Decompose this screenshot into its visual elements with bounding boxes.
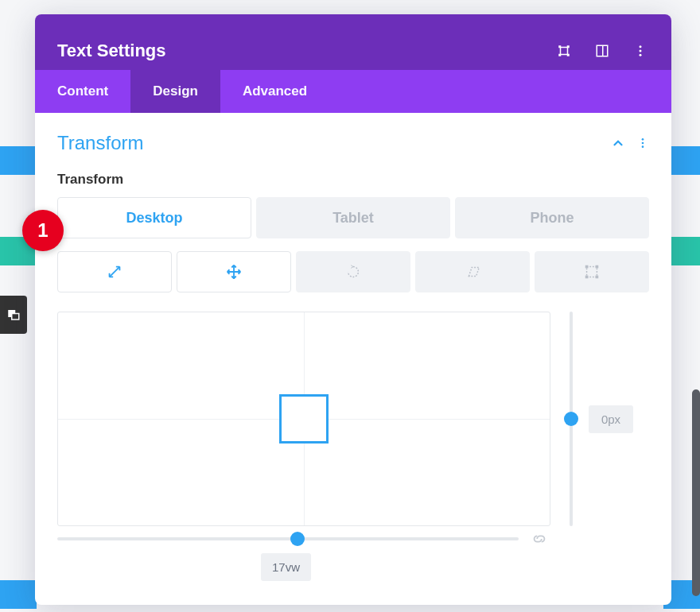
section-options-button[interactable] bbox=[636, 137, 649, 149]
settings-tabbar: Content Design Advanced bbox=[35, 70, 671, 113]
translate-icon bbox=[225, 263, 243, 281]
translate-canvas[interactable] bbox=[57, 312, 550, 526]
responsive-device-tabs: Desktop Tablet Phone bbox=[57, 197, 649, 238]
section-title-transform[interactable]: Transform bbox=[57, 132, 143, 154]
transform-tab-skew[interactable] bbox=[415, 251, 530, 292]
svg-point-9 bbox=[640, 45, 642, 48]
svg-rect-15 bbox=[587, 267, 597, 277]
svg-rect-19 bbox=[596, 276, 599, 279]
modal-header: Text Settings bbox=[35, 14, 671, 70]
skew-icon bbox=[464, 263, 481, 281]
rotate-icon bbox=[344, 263, 362, 281]
snap-icon[interactable] bbox=[593, 42, 611, 60]
transform-tab-origin[interactable] bbox=[535, 251, 649, 292]
layers-icon bbox=[6, 308, 21, 322]
layers-toggle-button[interactable] bbox=[0, 296, 27, 334]
svg-rect-18 bbox=[585, 276, 589, 279]
svg-rect-8 bbox=[602, 45, 604, 56]
text-settings-modal: Text Settings Content Design Advanced Tr… bbox=[35, 14, 671, 605]
svg-rect-3 bbox=[558, 45, 561, 48]
link-icon bbox=[531, 530, 548, 548]
device-tab-tablet[interactable]: Tablet bbox=[256, 197, 450, 238]
translate-x-value[interactable]: 17vw bbox=[261, 553, 311, 581]
translate-y-slider[interactable] bbox=[562, 312, 581, 526]
translate-handle[interactable] bbox=[279, 394, 329, 444]
scale-icon bbox=[106, 263, 123, 281]
page-scrollbar[interactable] bbox=[692, 389, 700, 596]
svg-rect-4 bbox=[567, 45, 570, 48]
svg-point-14 bbox=[642, 145, 644, 148]
svg-rect-1 bbox=[12, 314, 19, 320]
origin-icon bbox=[583, 263, 601, 281]
svg-point-12 bbox=[642, 138, 644, 141]
transform-tab-translate[interactable] bbox=[177, 251, 291, 292]
expand-icon[interactable] bbox=[555, 42, 573, 60]
svg-rect-16 bbox=[585, 265, 589, 269]
translate-y-value[interactable]: 0px bbox=[589, 405, 633, 433]
svg-point-13 bbox=[642, 142, 644, 145]
callout-badge-1: 1 bbox=[22, 210, 64, 251]
more-vert-icon bbox=[636, 137, 649, 149]
svg-rect-5 bbox=[558, 54, 561, 56]
device-tab-phone[interactable]: Phone bbox=[455, 197, 649, 238]
svg-point-10 bbox=[640, 50, 642, 52]
transform-tab-rotate[interactable] bbox=[296, 251, 410, 292]
transform-type-tabs bbox=[57, 251, 649, 292]
field-label-transform: Transform bbox=[57, 172, 649, 188]
bg-stripe-blue-bottom bbox=[0, 580, 37, 609]
translate-x-slider[interactable] bbox=[57, 529, 519, 548]
svg-rect-6 bbox=[567, 54, 570, 56]
tab-design[interactable]: Design bbox=[130, 70, 220, 113]
tab-content[interactable]: Content bbox=[35, 70, 130, 113]
chevron-up-icon bbox=[611, 136, 625, 150]
tab-advanced[interactable]: Advanced bbox=[220, 70, 329, 113]
link-axes-button[interactable] bbox=[528, 529, 550, 548]
bg-stripe-blue bbox=[0, 146, 37, 175]
svg-rect-2 bbox=[561, 48, 568, 55]
collapse-section-button[interactable] bbox=[611, 136, 625, 150]
more-options-icon[interactable] bbox=[632, 42, 649, 60]
transform-tab-scale[interactable] bbox=[57, 251, 172, 292]
modal-title: Text Settings bbox=[57, 41, 166, 61]
svg-rect-17 bbox=[596, 265, 599, 269]
svg-point-11 bbox=[640, 54, 642, 56]
device-tab-desktop[interactable]: Desktop bbox=[57, 197, 251, 238]
